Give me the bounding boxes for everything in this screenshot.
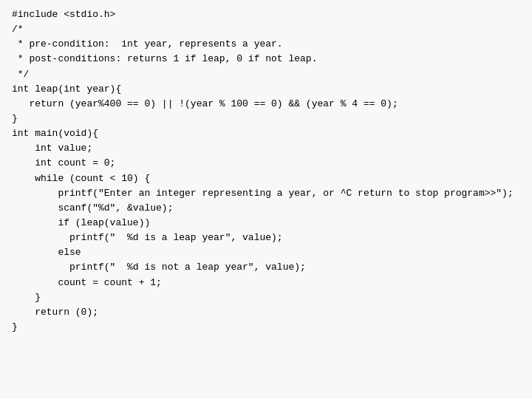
code-line: printf("Enter an integer representing a … xyxy=(12,186,520,201)
code-line: int count = 0; xyxy=(12,156,520,171)
code-line: return (year%400 == 0) || !(year % 100 =… xyxy=(12,97,520,112)
code-line: while (count < 10) { xyxy=(12,171,520,186)
code-line: */ xyxy=(12,67,520,82)
code-line: * post-conditions: returns 1 if leap, 0 … xyxy=(12,52,520,66)
code-line: * pre-condition: int year, represents a … xyxy=(12,37,520,52)
code-line: } xyxy=(12,112,520,126)
code-line: scanf("%d", &value); xyxy=(12,201,520,216)
code-line: /* xyxy=(12,22,520,37)
code-line: count = count + 1; xyxy=(12,276,520,290)
code-line: printf(" %d is not a leap year", value); xyxy=(12,260,520,275)
code-line: #include <stdio.h> xyxy=(12,7,520,22)
code-line: if (leap(value)) xyxy=(12,216,520,231)
code-line: int main(void){ xyxy=(12,126,520,141)
code-editor: #include <stdio.h>/* * pre-condition: in… xyxy=(0,0,532,399)
code-line: else xyxy=(12,245,520,260)
code-line: int value; xyxy=(12,141,520,156)
code-line: printf(" %d is a leap year", value); xyxy=(12,231,520,245)
code-line: int leap(int year){ xyxy=(12,82,520,97)
code-line: return (0); xyxy=(12,305,520,320)
code-line: } xyxy=(12,320,520,335)
code-line: } xyxy=(12,290,520,305)
